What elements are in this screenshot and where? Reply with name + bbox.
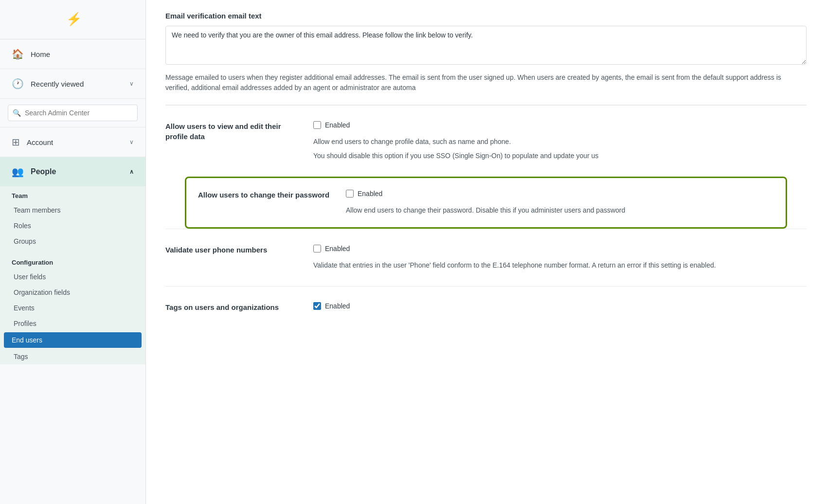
sidebar-item-home[interactable]: 🏠 Home xyxy=(0,39,145,69)
email-verification-section: Email verification email text We need to… xyxy=(146,0,826,105)
view-edit-profile-section: Allow users to view and edit their profi… xyxy=(165,105,807,177)
sidebar-item-groups[interactable]: Groups xyxy=(0,234,145,249)
home-icon: 🏠 xyxy=(12,48,24,60)
view-edit-profile-checkbox[interactable] xyxy=(313,121,321,129)
view-edit-profile-desc2: You should disable this option if you us… xyxy=(313,151,807,161)
change-password-section: Allow users to change their password Ena… xyxy=(185,177,787,229)
tags-orgs-enabled-row: Enabled xyxy=(313,302,807,310)
validate-phone-section: Validate user phone numbers Enabled Vali… xyxy=(165,229,807,286)
sidebar-item-profiles[interactable]: Profiles xyxy=(0,316,145,331)
validate-phone-checkbox[interactable] xyxy=(313,245,321,252)
team-section-title: Team xyxy=(0,186,145,202)
view-edit-profile-desc1: Allow end users to change profile data, … xyxy=(313,137,807,147)
sidebar-item-user-fields[interactable]: User fields xyxy=(0,269,145,285)
people-section: 👥 People ∧ Team Team members Roles Group… xyxy=(0,157,145,364)
sidebar-home-label: Home xyxy=(31,50,134,58)
account-icon: ⊞ xyxy=(12,136,20,148)
validate-phone-label: Validate user phone numbers xyxy=(165,245,302,270)
email-verification-textarea[interactable]: We need to verify that you are the owner… xyxy=(165,26,807,65)
content-inner: Allow users to view and edit their profi… xyxy=(146,105,826,349)
svg-text:⚡: ⚡ xyxy=(66,11,82,27)
sidebar-account-label: Account xyxy=(27,138,129,146)
sidebar-item-events[interactable]: Events xyxy=(0,300,145,316)
recently-viewed-chevron-icon: ∨ xyxy=(129,80,134,87)
people-icon: 👥 xyxy=(12,166,24,178)
account-chevron-icon: ∨ xyxy=(129,139,134,145)
validate-phone-desc: Validate that entries in the user 'Phone… xyxy=(313,260,807,270)
validate-phone-content: Enabled Validate that entries in the use… xyxy=(313,245,807,270)
sidebar-item-team-members[interactable]: Team members xyxy=(0,202,145,218)
tags-orgs-checkbox[interactable] xyxy=(313,302,321,310)
view-edit-profile-enabled-row: Enabled xyxy=(313,121,807,129)
search-wrapper: 🔍 xyxy=(8,105,138,121)
validate-phone-enabled-label[interactable]: Enabled xyxy=(325,245,350,252)
view-edit-profile-enabled-label[interactable]: Enabled xyxy=(325,121,350,129)
sidebar-item-roles[interactable]: Roles xyxy=(0,218,145,234)
clock-icon: 🕐 xyxy=(12,78,24,90)
tags-orgs-label: Tags on users and organizations xyxy=(165,302,302,314)
sidebar-item-tags[interactable]: Tags xyxy=(0,349,145,364)
main-content: Email verification email text We need to… xyxy=(146,0,826,504)
view-edit-profile-label: Allow users to view and edit their profi… xyxy=(165,121,302,161)
email-verification-title: Email verification email text xyxy=(165,12,807,20)
search-input[interactable] xyxy=(8,105,138,121)
change-password-label: Allow users to change their password xyxy=(198,190,334,216)
sidebar-item-end-users[interactable]: End users xyxy=(4,332,142,348)
tags-orgs-section: Tags on users and organizations Enabled xyxy=(165,286,807,329)
sidebar-item-people[interactable]: 👥 People ∧ xyxy=(0,157,145,186)
change-password-checkbox[interactable] xyxy=(346,190,354,198)
sidebar-item-org-fields[interactable]: Organization fields xyxy=(0,285,145,300)
change-password-enabled-row: Enabled xyxy=(346,190,774,198)
sidebar: ⚡ 🏠 Home 🕐 Recently viewed ∨ 🔍 ⊞ Account… xyxy=(0,0,146,504)
sidebar-people-label: People xyxy=(31,167,56,176)
sidebar-recently-viewed-label: Recently viewed xyxy=(31,80,129,88)
tags-orgs-content: Enabled xyxy=(313,302,807,314)
change-password-enabled-label[interactable]: Enabled xyxy=(358,190,382,198)
email-verification-description: Message emailed to users when they regis… xyxy=(165,72,807,105)
people-chevron-icon: ∧ xyxy=(129,168,134,175)
zendesk-logo-icon: ⚡ xyxy=(63,10,83,29)
change-password-desc: Allow end users to change their password… xyxy=(346,205,774,216)
tags-orgs-enabled-label[interactable]: Enabled xyxy=(325,302,350,310)
sidebar-item-recently-viewed[interactable]: 🕐 Recently viewed ∨ xyxy=(0,69,145,99)
validate-phone-enabled-row: Enabled xyxy=(313,245,807,252)
config-section-title: Configuration xyxy=(0,253,145,269)
change-password-content: Enabled Allow end users to change their … xyxy=(346,190,774,216)
sidebar-logo: ⚡ xyxy=(0,0,145,39)
view-edit-profile-content: Enabled Allow end users to change profil… xyxy=(313,121,807,161)
search-icon: 🔍 xyxy=(13,109,21,117)
search-container: 🔍 xyxy=(0,99,145,127)
sidebar-item-account[interactable]: ⊞ Account ∨ xyxy=(0,127,145,157)
